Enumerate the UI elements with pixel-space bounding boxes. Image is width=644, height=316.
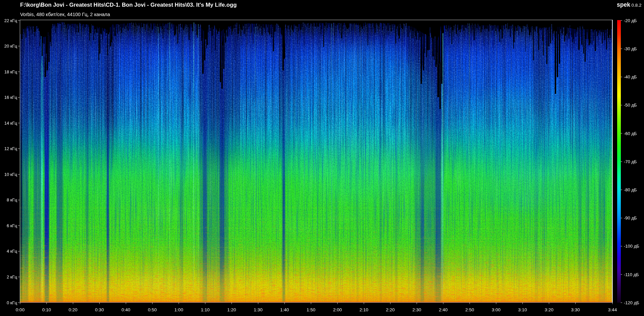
svg-text:1:30: 1:30 bbox=[254, 307, 262, 312]
svg-text:-100 дБ: -100 дБ bbox=[624, 244, 639, 249]
svg-text:10 кГц: 10 кГц bbox=[4, 172, 17, 177]
svg-text:-80 дБ: -80 дБ bbox=[624, 187, 637, 192]
svg-text:-60 дБ: -60 дБ bbox=[624, 131, 637, 136]
svg-text:0:30: 0:30 bbox=[95, 307, 104, 312]
svg-text:-90 дБ: -90 дБ bbox=[624, 215, 637, 220]
svg-text:18 кГц: 18 кГц bbox=[4, 69, 17, 74]
svg-text:14 кГц: 14 кГц bbox=[4, 121, 17, 126]
svg-text:2:00: 2:00 bbox=[333, 307, 342, 312]
svg-text:-70 дБ: -70 дБ bbox=[624, 159, 637, 164]
svg-text:8 кГц: 8 кГц bbox=[7, 197, 17, 202]
svg-text:1:10: 1:10 bbox=[201, 307, 210, 312]
svg-text:1:20: 1:20 bbox=[227, 307, 236, 312]
svg-text:6 кГц: 6 кГц bbox=[7, 223, 17, 228]
svg-text:20 кГц: 20 кГц bbox=[4, 44, 17, 49]
svg-text:3:00: 3:00 bbox=[492, 307, 500, 312]
svg-text:3:20: 3:20 bbox=[545, 307, 553, 312]
svg-text:Vorbis, 480 кбит/сек, 44100 Гц: Vorbis, 480 кбит/сек, 44100 Гц, 2 канала bbox=[20, 12, 110, 17]
svg-text:3:44: 3:44 bbox=[608, 307, 617, 312]
svg-text:-120 дБ: -120 дБ bbox=[624, 300, 639, 305]
svg-text:2:10: 2:10 bbox=[360, 307, 368, 312]
svg-text:-50 дБ: -50 дБ bbox=[624, 103, 637, 108]
svg-text:2:20: 2:20 bbox=[386, 307, 395, 312]
svg-text:2:30: 2:30 bbox=[412, 307, 421, 312]
svg-text:2 кГц: 2 кГц bbox=[7, 274, 17, 279]
svg-text:0:50: 0:50 bbox=[148, 307, 157, 312]
svg-text:0:20: 0:20 bbox=[69, 307, 77, 312]
svg-text:12 кГц: 12 кГц bbox=[4, 146, 17, 151]
svg-text:2:40: 2:40 bbox=[439, 307, 447, 312]
svg-text:0 кГц: 0 кГц bbox=[7, 300, 17, 305]
svg-text:-40 дБ: -40 дБ bbox=[624, 74, 637, 79]
svg-text:4 кГц: 4 кГц bbox=[7, 249, 17, 254]
svg-text:-110 дБ: -110 дБ bbox=[624, 272, 639, 277]
svg-text:spek: spek bbox=[617, 1, 630, 8]
svg-text:0:10: 0:10 bbox=[42, 307, 51, 312]
svg-text:0:00: 0:00 bbox=[16, 307, 24, 312]
svg-text:3:30: 3:30 bbox=[571, 307, 580, 312]
svg-text:2:50: 2:50 bbox=[465, 307, 474, 312]
svg-text:1:00: 1:00 bbox=[174, 307, 183, 312]
svg-text:3:10: 3:10 bbox=[518, 307, 527, 312]
svg-text:0:40: 0:40 bbox=[121, 307, 130, 312]
svg-text:22 кГц: 22 кГц bbox=[4, 18, 17, 23]
svg-text:1:40: 1:40 bbox=[280, 307, 289, 312]
svg-text:1:50: 1:50 bbox=[307, 307, 315, 312]
svg-text:-20 дБ: -20 дБ bbox=[624, 18, 637, 23]
svg-text:F:\korg\Bon Jovi - Greatest Hi: F:\korg\Bon Jovi - Greatest Hits\CD-1. B… bbox=[20, 2, 237, 8]
svg-text:16 кГц: 16 кГц bbox=[4, 95, 17, 100]
svg-text:0.8.2: 0.8.2 bbox=[632, 3, 642, 8]
svg-text:-30 дБ: -30 дБ bbox=[624, 46, 637, 51]
